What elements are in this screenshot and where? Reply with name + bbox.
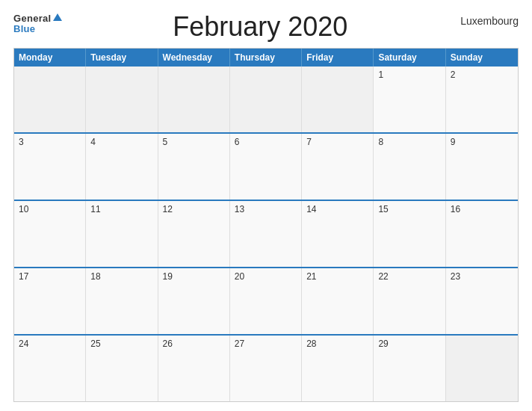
day-number: 10 xyxy=(19,204,81,214)
day-number: 26 xyxy=(163,339,225,349)
day-cell: 7 xyxy=(302,134,374,200)
day-cell xyxy=(86,67,158,132)
logo-text: General xyxy=(13,12,62,24)
day-cell: 9 xyxy=(446,134,518,200)
day-number: 14 xyxy=(306,204,368,214)
day-header-tuesday: Tuesday xyxy=(86,49,158,67)
day-cell: 25 xyxy=(86,336,158,401)
day-number: 16 xyxy=(451,204,513,214)
day-number: 23 xyxy=(451,271,513,282)
day-number: 27 xyxy=(235,339,297,349)
day-header-friday: Friday xyxy=(302,49,374,67)
day-number: 25 xyxy=(90,339,152,349)
day-cell: 8 xyxy=(374,134,445,200)
day-number: 7 xyxy=(306,137,368,147)
day-header-sunday: Sunday xyxy=(446,49,518,67)
logo: General Blue xyxy=(13,12,62,34)
weeks-container: 1234567891011121314151617181920212223242… xyxy=(14,67,518,401)
day-cell xyxy=(302,67,374,132)
day-cell: 10 xyxy=(14,201,86,267)
day-cell: 13 xyxy=(230,201,302,267)
day-cell xyxy=(158,67,230,132)
day-number: 9 xyxy=(451,137,513,147)
day-number: 4 xyxy=(90,137,152,147)
day-number: 22 xyxy=(378,271,440,282)
days-header: MondayTuesdayWednesdayThursdayFridaySatu… xyxy=(14,49,518,67)
day-cell: 22 xyxy=(374,268,445,334)
day-number: 5 xyxy=(163,137,225,147)
day-cell: 26 xyxy=(158,336,230,401)
day-cell: 12 xyxy=(158,201,230,267)
day-header-saturday: Saturday xyxy=(374,49,445,67)
day-cell: 29 xyxy=(374,336,445,401)
day-cell: 27 xyxy=(230,336,302,401)
day-cell: 28 xyxy=(302,336,374,401)
day-cell: 17 xyxy=(14,268,86,334)
day-number: 3 xyxy=(19,137,81,147)
day-number: 11 xyxy=(90,204,152,214)
day-header-thursday: Thursday xyxy=(230,49,302,67)
day-cell: 11 xyxy=(86,201,158,267)
week-4: 17181920212223 xyxy=(14,267,518,334)
day-number: 2 xyxy=(451,69,513,80)
day-number: 24 xyxy=(19,339,81,349)
day-header-wednesday: Wednesday xyxy=(158,49,230,67)
week-2: 3456789 xyxy=(14,132,518,200)
calendar-container: General Blue February 2020 Luxembourg Mo… xyxy=(0,0,532,411)
day-cell xyxy=(446,336,518,401)
day-number: 12 xyxy=(163,204,225,214)
day-number: 1 xyxy=(378,69,440,80)
day-number: 19 xyxy=(163,271,225,282)
day-cell: 18 xyxy=(86,268,158,334)
day-cell: 1 xyxy=(374,67,445,132)
day-cell: 19 xyxy=(158,268,230,334)
week-5: 242526272829 xyxy=(14,334,518,401)
day-cell: 20 xyxy=(230,268,302,334)
day-header-monday: Monday xyxy=(14,49,86,67)
logo-triangle-icon xyxy=(53,13,62,21)
day-number: 17 xyxy=(19,271,81,282)
day-cell: 15 xyxy=(374,201,445,267)
day-number: 15 xyxy=(378,204,440,214)
day-cell xyxy=(230,67,302,132)
logo-general: General xyxy=(13,13,52,24)
day-number: 20 xyxy=(235,271,297,282)
day-cell: 3 xyxy=(14,134,86,200)
day-cell: 23 xyxy=(446,268,518,334)
day-cell: 6 xyxy=(230,134,302,200)
day-number: 13 xyxy=(235,204,297,214)
day-number: 8 xyxy=(378,137,440,147)
day-cell: 16 xyxy=(446,201,518,267)
day-number: 28 xyxy=(306,339,368,349)
week-3: 10111213141516 xyxy=(14,200,518,267)
day-cell: 2 xyxy=(446,67,518,132)
day-number: 6 xyxy=(235,137,297,147)
calendar: MondayTuesdayWednesdayThursdayFridaySatu… xyxy=(13,48,519,402)
day-cell: 21 xyxy=(302,268,374,334)
day-number: 21 xyxy=(306,271,368,282)
header: General Blue February 2020 Luxembourg xyxy=(13,12,519,42)
day-cell: 5 xyxy=(158,134,230,200)
day-cell: 14 xyxy=(302,201,374,267)
page-title: February 2020 xyxy=(69,12,451,42)
day-cell: 24 xyxy=(14,336,86,401)
day-cell xyxy=(14,67,86,132)
country-label: Luxembourg xyxy=(459,12,519,27)
logo-blue: Blue xyxy=(13,24,35,34)
week-1: 12 xyxy=(14,67,518,132)
day-number: 18 xyxy=(90,271,152,282)
day-number: 29 xyxy=(378,339,440,349)
day-cell: 4 xyxy=(86,134,158,200)
